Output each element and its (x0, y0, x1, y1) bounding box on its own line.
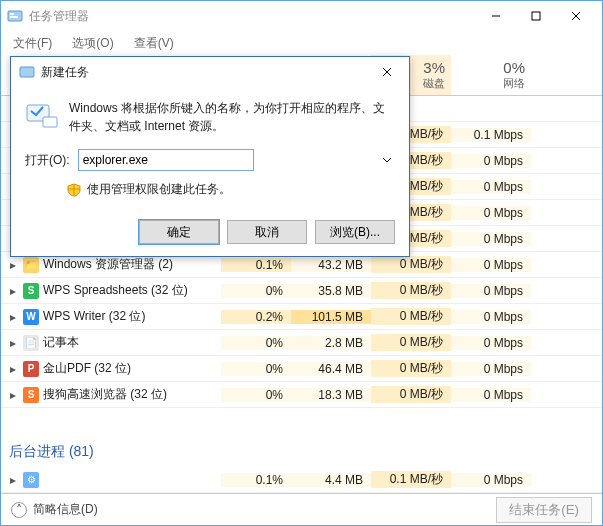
chevron-right-icon[interactable]: ▸ (7, 474, 19, 486)
gear-icon: ⚙ (23, 472, 39, 488)
net-cell: 0 Mbps (451, 284, 531, 298)
wps-w-icon: W (23, 309, 39, 325)
process-name: Windows 资源管理器 (2) (43, 256, 173, 273)
run-new-task-dialog: 新建任务 Windows 将根据你所键入的名称，为你打开相应的程序、文件夹、文档… (10, 56, 410, 257)
process-name: 金山PDF (32 位) (43, 360, 131, 377)
menu-file[interactable]: 文件(F) (9, 33, 56, 54)
footer: ˄ 简略信息(D) 结束任务(E) (1, 493, 602, 525)
titlebar: 任务管理器 (1, 1, 602, 31)
shield-icon (67, 183, 81, 197)
net-cell: 0 Mbps (451, 336, 531, 350)
dialog-title: 新建任务 (41, 64, 373, 81)
cancel-button[interactable]: 取消 (227, 220, 307, 244)
pdf-icon: P (23, 361, 39, 377)
net-cell: 0 Mbps (451, 362, 531, 376)
chevron-right-icon[interactable]: ▸ (7, 363, 19, 375)
net-percent: 0% (457, 59, 525, 76)
cpu-cell: 0% (221, 362, 291, 376)
net-cell: 0.1 Mbps (451, 128, 531, 142)
menu-options[interactable]: 选项(O) (68, 33, 117, 54)
svg-rect-7 (20, 67, 34, 77)
mem-cell: 35.8 MB (291, 284, 371, 298)
net-cell: 0 Mbps (451, 154, 531, 168)
maximize-button[interactable] (516, 2, 556, 30)
admin-label: 使用管理权限创建此任务。 (87, 181, 231, 198)
browse-button[interactable]: 浏览(B)... (315, 220, 395, 244)
cpu-cell: 0% (221, 284, 291, 298)
net-cell: 0 Mbps (451, 206, 531, 220)
folder-icon: 📁 (23, 257, 39, 273)
mem-cell: 101.5 MB (291, 310, 371, 324)
chevron-right-icon[interactable]: ▸ (7, 259, 19, 271)
disk-cell: 0 MB/秒 (371, 360, 451, 377)
window-title: 任务管理器 (29, 8, 476, 25)
cpu-cell: 0.1% (221, 258, 291, 272)
disk-cell: 0 MB/秒 (371, 256, 451, 273)
svg-rect-1 (10, 13, 14, 15)
net-cell: 0 Mbps (451, 310, 531, 324)
brief-info-toggle[interactable]: ˄ 简略信息(D) (11, 501, 98, 518)
table-row[interactable]: ▸ ⚙ 0.1% 4.4 MB 0.1 MB/秒 0 Mbps (1, 467, 602, 493)
chevron-right-icon[interactable]: ▸ (7, 337, 19, 349)
mem-cell: 43.2 MB (291, 258, 371, 272)
table-row[interactable]: ▸P金山PDF (32 位)0%46.4 MB0 MB/秒0 Mbps (1, 356, 602, 382)
cpu-cell: 0% (221, 388, 291, 402)
process-name: WPS Writer (32 位) (43, 308, 145, 325)
menu-bar: 文件(F) 选项(O) 查看(V) (1, 31, 602, 55)
net-cell: 0 Mbps (451, 232, 531, 246)
open-label: 打开(O): (25, 152, 70, 169)
net-cell: 0 Mbps (451, 388, 531, 402)
close-button[interactable] (373, 61, 401, 83)
background-processes-header[interactable]: 后台进程 (81) (1, 437, 602, 467)
open-input[interactable] (78, 149, 254, 171)
dialog-message: Windows 将根据你所键入的名称，为你打开相应的程序、文件夹、文档或 Int… (69, 99, 395, 135)
disk-cell: 0 MB/秒 (371, 386, 451, 403)
svg-rect-2 (10, 16, 18, 18)
chevron-up-icon: ˄ (11, 502, 27, 518)
net-label: 网络 (503, 77, 525, 89)
chevron-right-icon[interactable]: ▸ (7, 389, 19, 401)
process-name: 搜狗高速浏览器 (32 位) (43, 386, 167, 403)
cpu-cell: 0.2% (221, 310, 291, 324)
notepad-icon: 📄 (23, 335, 39, 351)
col-network[interactable]: 0% 网络 (451, 55, 531, 95)
minimize-button[interactable] (476, 2, 516, 30)
process-name: 记事本 (43, 334, 79, 351)
close-button[interactable] (556, 2, 596, 30)
chevron-right-icon[interactable]: ▸ (7, 311, 19, 323)
table-row[interactable]: ▸📄记事本0%2.8 MB0 MB/秒0 Mbps (1, 330, 602, 356)
mem-cell: 46.4 MB (291, 362, 371, 376)
chevron-down-icon[interactable] (382, 154, 392, 164)
app-icon (7, 8, 23, 24)
table-row[interactable]: ▸S搜狗高速浏览器 (32 位)0%18.3 MB0 MB/秒0 Mbps (1, 382, 602, 408)
table-row[interactable]: ▸SWPS Spreadsheets (32 位)0%35.8 MB0 MB/秒… (1, 278, 602, 304)
mem-cell: 4.4 MB (291, 473, 371, 487)
disk-cell: 0 MB/秒 (371, 334, 451, 351)
disk-cell: 0 MB/秒 (371, 308, 451, 325)
cpu-cell: 0% (221, 336, 291, 350)
app-icon (19, 64, 35, 80)
end-task-button[interactable]: 结束任务(E) (496, 497, 592, 523)
mem-cell: 18.3 MB (291, 388, 371, 402)
disk-cell: 0.1 MB/秒 (371, 471, 451, 488)
sogou-icon: S (23, 387, 39, 403)
cpu-cell: 0.1% (221, 473, 291, 487)
table-row[interactable]: ▸WWPS Writer (32 位)0.2%101.5 MB0 MB/秒0 M… (1, 304, 602, 330)
menu-view[interactable]: 查看(V) (130, 33, 178, 54)
disk-label: 磁盘 (423, 77, 445, 89)
chevron-right-icon[interactable]: ▸ (7, 285, 19, 297)
svg-rect-4 (532, 12, 540, 20)
disk-cell: 0 MB/秒 (371, 282, 451, 299)
net-cell: 0 Mbps (451, 258, 531, 272)
process-name: WPS Spreadsheets (32 位) (43, 282, 188, 299)
wps-s-icon: S (23, 283, 39, 299)
net-cell: 0 Mbps (451, 180, 531, 194)
svg-rect-11 (43, 117, 57, 127)
mem-cell: 2.8 MB (291, 336, 371, 350)
brief-label: 简略信息(D) (33, 501, 98, 518)
net-cell: 0 Mbps (451, 473, 531, 487)
dialog-titlebar: 新建任务 (11, 57, 409, 87)
ok-button[interactable]: 确定 (139, 220, 219, 244)
run-icon (25, 99, 59, 133)
